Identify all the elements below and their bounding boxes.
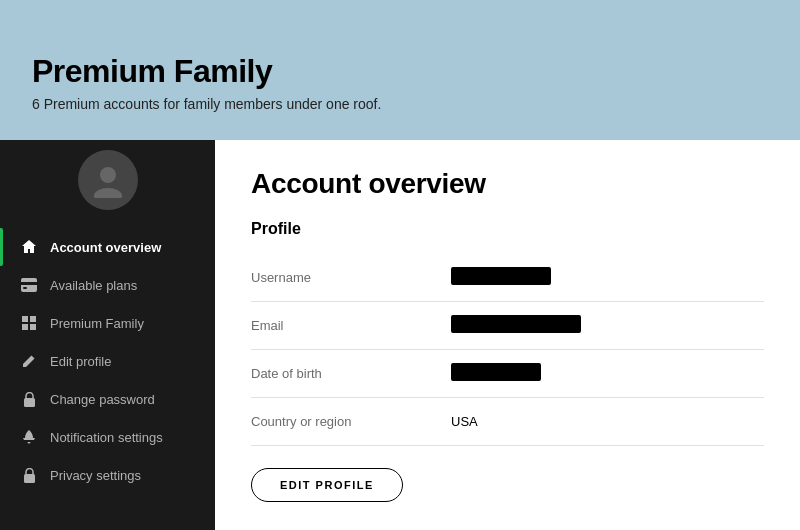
field-value-email [451, 315, 764, 336]
sidebar-item-privacy-settings[interactable]: Privacy settings [0, 456, 215, 494]
edit-profile-button[interactable]: EDIT PROFILE [251, 468, 403, 502]
banner: Premium Family 6 Premium accounts for fa… [0, 0, 800, 140]
field-row-country: Country or region USA [251, 398, 764, 446]
sidebar-label-privacy-settings: Privacy settings [50, 468, 141, 483]
banner-title: Premium Family [32, 53, 768, 90]
redacted-dob [451, 363, 541, 381]
sidebar-label-edit-profile: Edit profile [50, 354, 111, 369]
svg-rect-6 [30, 316, 36, 322]
main-layout: Account overview Available plans [0, 140, 800, 530]
field-row-username: Username [251, 254, 764, 302]
redacted-email [451, 315, 581, 333]
grid-icon [20, 314, 38, 332]
field-value-country: USA [451, 414, 764, 429]
sidebar-item-account-overview[interactable]: Account overview [0, 228, 215, 266]
field-label-email: Email [251, 318, 451, 333]
svg-rect-10 [24, 474, 35, 483]
field-value-username [451, 267, 764, 288]
nav-item-edit-profile: Edit profile [0, 342, 215, 380]
nav-item-account-overview: Account overview [0, 228, 215, 266]
svg-rect-5 [22, 316, 28, 322]
pencil-icon [20, 352, 38, 370]
nav-item-privacy-settings: Privacy settings [0, 456, 215, 494]
bell-icon [20, 428, 38, 446]
field-row-dob: Date of birth [251, 350, 764, 398]
profile-heading: Profile [251, 220, 764, 238]
avatar [78, 150, 138, 210]
sidebar-label-available-plans: Available plans [50, 278, 137, 293]
field-label-dob: Date of birth [251, 366, 451, 381]
sidebar-label-premium-family: Premium Family [50, 316, 144, 331]
svg-point-1 [94, 188, 122, 198]
sidebar-item-change-password[interactable]: Change password [0, 380, 215, 418]
nav-item-premium-family: Premium Family [0, 304, 215, 342]
nav-item-change-password: Change password [0, 380, 215, 418]
field-label-country: Country or region [251, 414, 451, 429]
field-value-dob [451, 363, 764, 384]
redacted-username [451, 267, 551, 285]
svg-rect-7 [22, 324, 28, 330]
sidebar-label-notification-settings: Notification settings [50, 430, 163, 445]
sidebar-item-available-plans[interactable]: Available plans [0, 266, 215, 304]
banner-subtitle: 6 Premium accounts for family members un… [32, 96, 768, 112]
sidebar-item-premium-family[interactable]: Premium Family [0, 304, 215, 342]
page-title: Account overview [251, 168, 764, 200]
sidebar: Account overview Available plans [0, 140, 215, 530]
sidebar-label-change-password: Change password [50, 392, 155, 407]
svg-point-0 [100, 167, 116, 183]
field-label-username: Username [251, 270, 451, 285]
home-icon [20, 238, 38, 256]
svg-rect-8 [30, 324, 36, 330]
lock2-icon [20, 466, 38, 484]
sidebar-item-edit-profile[interactable]: Edit profile [0, 342, 215, 380]
nav-item-notification-settings: Notification settings [0, 418, 215, 456]
nav-item-available-plans: Available plans [0, 266, 215, 304]
avatar-icon [90, 162, 126, 198]
svg-rect-9 [24, 398, 35, 407]
card-icon [20, 276, 38, 294]
sidebar-label-account-overview: Account overview [50, 240, 161, 255]
svg-rect-3 [21, 282, 37, 285]
nav-list: Account overview Available plans [0, 228, 215, 494]
content-area: Account overview Profile Username Email … [215, 140, 800, 530]
svg-rect-4 [23, 287, 27, 289]
sidebar-item-notification-settings[interactable]: Notification settings [0, 418, 215, 456]
field-row-email: Email [251, 302, 764, 350]
lock-icon [20, 390, 38, 408]
